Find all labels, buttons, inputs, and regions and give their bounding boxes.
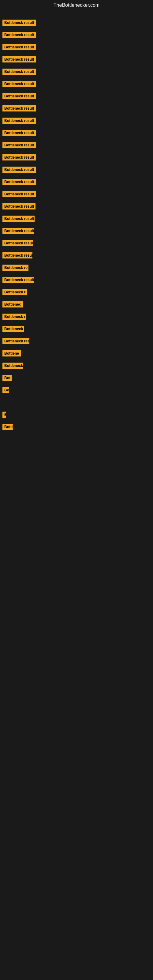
list-item: Bottleneck r	[2, 289, 27, 296]
bottleneck-result-label[interactable]: Bottleneck result	[2, 204, 35, 210]
list-item: Bottleneck result	[2, 204, 35, 211]
list-item: Bottleneck result	[2, 167, 36, 174]
list-item: Bottleneck result	[2, 191, 36, 199]
list-item: Bottlene	[2, 350, 21, 358]
bottleneck-result-label[interactable]: Bottleneck result	[2, 130, 36, 136]
list-item: Bottleneck result	[2, 44, 36, 51]
bottleneck-result-label[interactable]: Bottleneck res	[2, 338, 29, 344]
bottleneck-result-label[interactable]: Bottleneck result	[2, 252, 32, 258]
bottleneck-result-label[interactable]: Bottleneck result	[2, 216, 35, 222]
bottleneck-result-label[interactable]: Bottleneck result	[2, 118, 36, 124]
list-item: Bottleneck result	[2, 56, 36, 64]
list-item: Bottleneck result	[2, 68, 36, 76]
list-item: Bottleneck res	[2, 338, 29, 345]
bottleneck-result-label[interactable]: Bottleneck r	[2, 313, 26, 320]
bottleneck-result-label[interactable]: Bottleneck result	[2, 167, 36, 173]
bottleneck-result-label[interactable]: Bottleneck	[2, 326, 24, 332]
bottleneck-result-label[interactable]: Bottlenec	[2, 301, 23, 307]
list-item: Bottl	[2, 424, 13, 431]
bottleneck-result-label[interactable]: Bot	[2, 375, 12, 381]
bottleneck-result-label[interactable]: Bottleneck result	[2, 191, 36, 197]
bottleneck-result-label[interactable]: Bottleneck result	[2, 179, 36, 185]
site-title: TheBottlenecker.com	[0, 0, 153, 9]
list-item: Bottleneck result	[2, 20, 36, 27]
list-item: Bottleneck result	[2, 179, 36, 186]
bottleneck-result-label[interactable]: Bottleneck re	[2, 265, 29, 271]
bottleneck-result-label[interactable]: Bo	[2, 387, 9, 393]
list-item: Bottleneck result	[2, 228, 34, 235]
list-item: Bottleneck	[2, 326, 24, 333]
list-item: Bot	[2, 375, 12, 382]
list-item: Bottleneck re	[2, 265, 29, 272]
bottleneck-result-label[interactable]: Bottleneck result	[2, 44, 36, 50]
bottleneck-result-label[interactable]: Bottleneck result	[2, 56, 36, 62]
list-item: Bo	[2, 387, 9, 395]
bottleneck-result-label[interactable]: Bottleneck result	[2, 240, 33, 246]
bottleneck-result-label[interactable]: Bottleneck result	[2, 105, 36, 111]
bottleneck-result-label[interactable]: Bottleneck	[2, 363, 23, 369]
list-item: Bottleneck result	[2, 105, 36, 113]
list-item: Bottleneck result	[2, 118, 36, 125]
list-item: Bottleneck result	[2, 252, 32, 260]
list-item: Bottleneck result	[2, 32, 36, 39]
bottleneck-result-label[interactable]: Bottleneck result	[2, 277, 34, 283]
bottleneck-list: Bottleneck resultBottleneck resultBottle…	[0, 9, 153, 974]
bottleneck-result-label[interactable]: Bottleneck result	[2, 93, 36, 99]
list-item: Bottleneck result	[2, 240, 33, 247]
list-item: Bottleneck result	[2, 81, 36, 88]
list-item: Bottleneck result	[2, 154, 36, 162]
bottleneck-result-label[interactable]: Bottleneck result	[2, 20, 36, 26]
bottleneck-result-label[interactable]: Bottl	[2, 424, 13, 430]
bottleneck-result-label[interactable]: Bottlene	[2, 350, 21, 356]
bottleneck-result-label[interactable]: Bottleneck result	[2, 228, 34, 234]
bottleneck-result-label[interactable]: Bottleneck result	[2, 142, 36, 148]
list-item: Bottlenec	[2, 301, 23, 309]
bottleneck-result-label[interactable]: Bottleneck result	[2, 32, 36, 38]
bottleneck-result-label[interactable]: Bottleneck result	[2, 81, 36, 87]
list-item: Bottleneck result	[2, 93, 36, 100]
list-item: Bottleneck r	[2, 313, 26, 321]
bottleneck-result-label[interactable]: Bottleneck result	[2, 154, 36, 161]
list-item: Bottleneck result	[2, 277, 34, 284]
list-item: Bottleneck	[2, 363, 23, 370]
list-item: Bottleneck result	[2, 216, 35, 223]
bottleneck-result-label[interactable]: B	[2, 412, 6, 418]
site-header: TheBottlenecker.com	[0, 0, 153, 9]
bottleneck-result-label[interactable]: Bottleneck r	[2, 289, 27, 295]
list-item: Bottleneck result	[2, 142, 36, 150]
list-item: Bottleneck result	[2, 130, 36, 137]
list-item: B	[2, 412, 6, 419]
bottleneck-result-label[interactable]: Bottleneck result	[2, 68, 36, 75]
